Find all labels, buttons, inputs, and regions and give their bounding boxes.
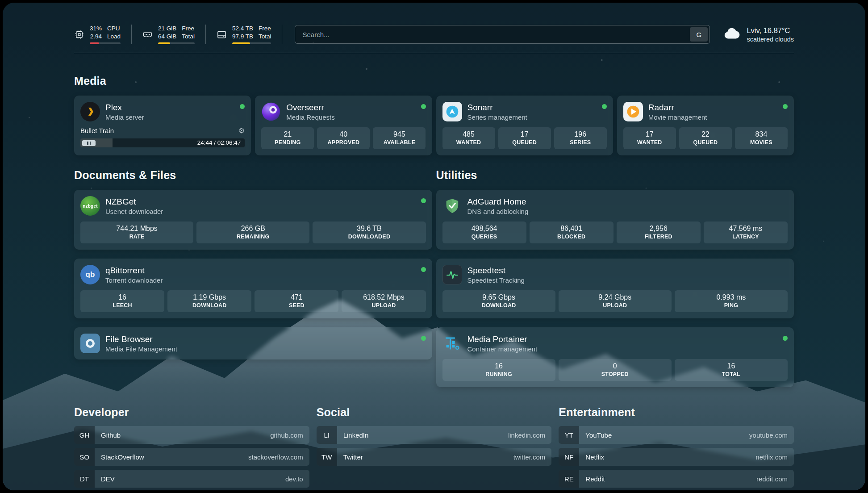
section-developer: Developer GH Github github.com SO StackO… [74, 406, 309, 488]
app-subtitle-sonarr: Series management [467, 113, 527, 121]
search-engine-button[interactable]: G [690, 27, 708, 42]
bookmark-abbr: SO [74, 448, 95, 466]
bookmark-url: reddit.com [756, 475, 788, 483]
section-documents: Documents & Files nzbget NZBGet Usenet d… [74, 169, 432, 387]
status-online-dot [421, 198, 426, 203]
disk-total-value: 97.9 TB [232, 33, 253, 41]
bookmark-youtube[interactable]: YT YouTube youtube.com [559, 426, 794, 444]
bookmark-dev[interactable]: DT DEV dev.to [74, 470, 309, 488]
section-title-entertainment: Entertainment [559, 406, 794, 419]
app-card-adguard[interactable]: AdGuard Home DNS and adblocking 498,564 … [436, 190, 794, 250]
app-card-filebrowser[interactable]: File Browser Media File Management [74, 327, 432, 359]
disk-free-value: 52.4 TB [232, 25, 253, 33]
dashboard-root: 31% 2.94 CPU Load [3, 3, 865, 490]
app-subtitle-radarr: Movie management [648, 113, 707, 121]
app-card-overseerr[interactable]: Overseerr Media Requests 21 PENDING 40 A… [255, 96, 432, 155]
app-name-overseerr: Overseerr [286, 103, 334, 113]
stat-box-download: 9.65 Gbps DOWNLOAD [442, 290, 555, 312]
cpu-usage-widget: 31% 2.94 CPU Load [74, 25, 132, 44]
app-name-sonarr: Sonarr [467, 103, 527, 113]
stat-box-series: 196 SERIES [554, 127, 607, 149]
section-title-media: Media [74, 75, 794, 88]
stat-box-filtered: 2,956 FILTERED [617, 221, 701, 243]
bookmark-url: twitter.com [513, 453, 546, 461]
bookmark-url: youtube.com [749, 431, 788, 439]
dashboard-content: 31% 2.94 CPU Load [74, 3, 794, 490]
stat-box-pending: 21 PENDING [261, 127, 314, 149]
bookmark-reddit[interactable]: RE Reddit reddit.com [559, 470, 794, 488]
app-name-plex: Plex [105, 103, 144, 113]
filebrowser-icon [80, 334, 100, 353]
search-bar: G [295, 25, 710, 44]
bookmark-abbr: TW [317, 448, 337, 466]
pause-button[interactable] [82, 140, 96, 146]
stat-box-movies: 834 MOVIES [735, 127, 788, 149]
bookmark-name: StackOverflow [101, 453, 144, 461]
bookmark-stackoverflow[interactable]: SO StackOverflow stackoverflow.com [74, 448, 309, 466]
stat-box-queries: 498,564 QUERIES [442, 221, 526, 243]
stat-box-total: 16 TOTAL [675, 359, 788, 381]
bookmark-url: netflix.com [755, 453, 788, 461]
cpu-load-label: Load [107, 33, 121, 41]
system-stats: 31% 2.94 CPU Load [74, 25, 282, 44]
app-subtitle-qbittorrent: Torrent downloader [105, 276, 163, 284]
app-card-radarr[interactable]: Radarr Movie management 17 WANTED 22 QUE… [617, 96, 794, 155]
bookmark-linkedin[interactable]: LI LinkedIn linkedin.com [317, 426, 552, 444]
stat-box-running: 16 RUNNING [442, 359, 555, 381]
stat-box-rate: 744.21 Mbps RATE [80, 221, 193, 243]
stat-box-approved: 40 APPROVED [317, 127, 370, 149]
bookmark-abbr: GH [74, 426, 95, 444]
app-card-speedtest[interactable]: Speedtest Speedtest Tracking 9.65 Gbps D… [436, 259, 794, 318]
app-name-qbittorrent: qBittorrent [105, 266, 163, 276]
speedtest-icon [442, 265, 462, 284]
bookmark-netflix[interactable]: NF Netflix netflix.com [559, 448, 794, 466]
status-online-dot [240, 104, 245, 109]
bookmark-url: stackoverflow.com [248, 453, 303, 461]
status-online-dot [421, 336, 426, 341]
bookmark-name: Netflix [585, 453, 604, 461]
search-input[interactable] [295, 25, 710, 44]
stat-box-latency: 47.569 ms LATENCY [704, 221, 788, 243]
bookmark-github[interactable]: GH Github github.com [74, 426, 309, 444]
app-card-nzbget[interactable]: nzbget NZBGet Usenet downloader 744.21 M… [74, 190, 432, 250]
bookmark-twitter[interactable]: TW Twitter twitter.com [317, 448, 552, 466]
stat-box-downloaded: 39.6 TB DOWNLOADED [313, 221, 426, 243]
now-playing-title: Bullet Train [80, 127, 114, 134]
app-name-adguard: AdGuard Home [467, 197, 529, 207]
app-subtitle-filebrowser: Media File Management [105, 345, 177, 353]
bookmark-name: Github [101, 431, 121, 439]
settings-gear-icon[interactable]: ⚙ [238, 126, 245, 135]
ram-icon [142, 29, 153, 40]
stat-box-seed: 471 SEED [255, 290, 338, 312]
bookmark-url: github.com [270, 431, 303, 439]
overseerr-icon [261, 102, 281, 121]
app-subtitle-overseerr: Media Requests [286, 113, 334, 121]
adguard-icon [442, 196, 462, 216]
app-name-radarr: Radarr [648, 103, 707, 113]
section-title-utilities: Utilities [436, 169, 794, 182]
stat-box-download: 1.19 Gbps DOWNLOAD [167, 290, 251, 312]
mem-free-label: Free [182, 25, 195, 33]
status-online-dot [602, 104, 607, 109]
cpu-usage-bar [90, 42, 121, 44]
app-card-qbittorrent[interactable]: qb qBittorrent Torrent downloader 16 [74, 259, 432, 318]
playback-progress-bar[interactable]: 24:44 / 02:06:47 [80, 138, 245, 147]
stat-box-wanted: 485 WANTED [442, 127, 495, 149]
app-card-portainer[interactable]: Media Portainer Container management 16 … [436, 327, 794, 387]
app-card-sonarr[interactable]: Sonarr Series management 485 WANTED 17 Q… [436, 96, 613, 155]
cloud-icon [722, 24, 741, 45]
bookmark-abbr: NF [559, 448, 579, 466]
cpu-load-value: 2.94 [90, 33, 102, 41]
media-card-grid: Plex Media server Bullet Train ⚙ 24:44 /… [74, 96, 794, 155]
app-subtitle-portainer: Container management [467, 345, 538, 353]
app-subtitle-speedtest: Speedtest Tracking [467, 276, 525, 284]
bookmark-name: YouTube [585, 431, 612, 439]
app-subtitle-nzbget: Usenet downloader [105, 208, 163, 215]
top-bar: 31% 2.94 CPU Load [74, 19, 794, 50]
playback-time: 24:44 / 02:06:47 [197, 138, 241, 147]
memory-usage-bar [158, 42, 195, 44]
section-media: Media Plex Media server [74, 75, 794, 155]
app-name-nzbget: NZBGet [105, 197, 163, 207]
section-entertainment: Entertainment YT YouTube youtube.com NF … [559, 406, 794, 488]
app-card-plex[interactable]: Plex Media server Bullet Train ⚙ 24:44 /… [74, 96, 251, 155]
